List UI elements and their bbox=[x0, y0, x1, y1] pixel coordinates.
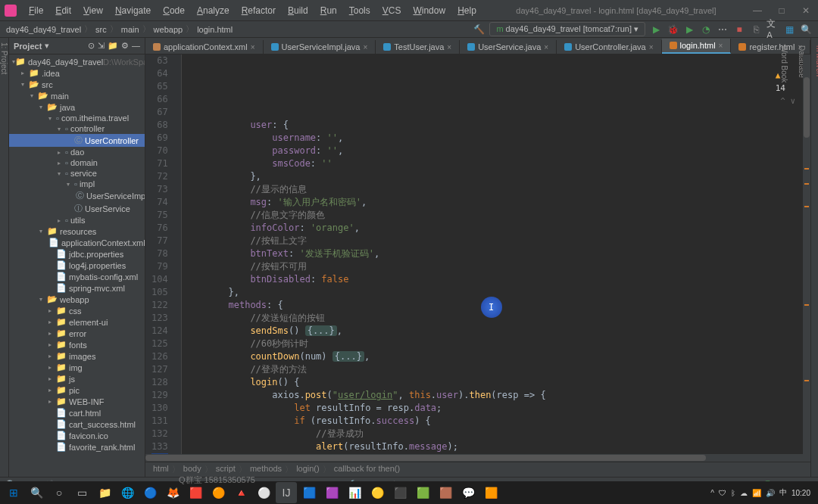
tree-item-controller[interactable]: ▾▫controller bbox=[9, 123, 145, 134]
close-tab-icon[interactable]: × bbox=[649, 43, 654, 51]
close-tab-icon[interactable]: × bbox=[719, 42, 723, 50]
hide-icon[interactable]: — bbox=[132, 41, 140, 51]
menu-help[interactable]: Help bbox=[451, 3, 482, 18]
app-icon-12[interactable]: 🟧 bbox=[480, 482, 501, 503]
more-run-icon[interactable]: ⋯ bbox=[717, 23, 729, 36]
tree-item-WEB-INF[interactable]: ▸📁WEB-INF bbox=[9, 396, 145, 407]
code-line[interactable]: sendSms() {...}, bbox=[185, 325, 811, 338]
tree-item-jdbc-properties[interactable]: 📄jdbc.properties bbox=[9, 248, 145, 260]
run-config-selector[interactable]: m day46_day49_travel [tomcat7:run] ▾ bbox=[489, 22, 645, 36]
tree-item-favorite_rank-html[interactable]: 📄favorite_rank.html bbox=[9, 441, 145, 453]
code-line[interactable]: //登录的方法 bbox=[185, 363, 811, 376]
tree-item-service[interactable]: ▾▫service bbox=[9, 168, 145, 179]
code-line[interactable]: password: '', bbox=[185, 145, 811, 157]
code-line[interactable]: user: { bbox=[185, 119, 811, 132]
app-icon-10[interactable]: 🟫 bbox=[435, 482, 456, 503]
code-line[interactable]: //显示的信息 bbox=[185, 183, 811, 196]
code-line[interactable]: //60秒倒计时 bbox=[185, 338, 811, 350]
code-line[interactable]: }, bbox=[185, 286, 811, 299]
tree-item-cart_success-html[interactable]: 📄cart_success.html bbox=[9, 418, 145, 430]
breadcrumb-item[interactable]: webapp bbox=[154, 25, 183, 34]
search-everywhere-icon[interactable]: 🔍 bbox=[800, 23, 812, 36]
breadcrumb-item[interactable]: src bbox=[95, 25, 107, 34]
inspection-widget[interactable]: ▲ 14 ^ ∨ bbox=[725, 56, 795, 120]
cortana-icon[interactable]: ○ bbox=[48, 482, 70, 503]
app-icon-8[interactable]: ⬛ bbox=[389, 482, 411, 503]
tree-item-UserService[interactable]: ⒾUserService bbox=[9, 202, 145, 215]
search-icon[interactable]: 🔍 bbox=[26, 482, 47, 503]
select-open-icon[interactable]: ⇲ bbox=[98, 41, 105, 51]
tree-item-dao[interactable]: ▸▫dao bbox=[9, 147, 145, 157]
close-button[interactable]: ✕ bbox=[798, 5, 813, 16]
left-tool-strip[interactable]: 1: Project bbox=[0, 38, 9, 477]
code-line[interactable]: //按钮上文字 bbox=[185, 235, 811, 247]
tree-item-fonts[interactable]: ▸📁fonts bbox=[9, 339, 145, 350]
menu-view[interactable]: View bbox=[77, 3, 109, 18]
code-editor[interactable]: ▲ 14 ^ ∨ I user: { username: '', bbox=[182, 54, 811, 454]
tree-item-spring-mvc-xml[interactable]: 📄spring-mvc.xml bbox=[9, 282, 145, 294]
tree-item-src[interactable]: ▾📂src bbox=[9, 79, 145, 90]
expand-icon[interactable]: 📁 bbox=[108, 41, 118, 51]
tab-UserController-java[interactable]: UserController.java× bbox=[557, 40, 661, 54]
menu-vcs[interactable]: VCS bbox=[376, 3, 407, 18]
build-icon[interactable]: 🔨 bbox=[473, 23, 485, 36]
clock[interactable]: 10:20 bbox=[791, 489, 810, 497]
vertical-scrollbar[interactable] bbox=[803, 54, 810, 454]
powerpoint-icon[interactable]: 📊 bbox=[344, 482, 365, 503]
tree-item-js[interactable]: ▸📁js bbox=[9, 373, 145, 384]
run-button[interactable]: ▶ bbox=[650, 23, 662, 36]
code-line[interactable]: btnText: '发送手机验证码', bbox=[185, 247, 811, 260]
tree-item-favicon-ico[interactable]: 📄favicon.ico bbox=[9, 430, 145, 441]
editor-crumb[interactable]: callback for then() bbox=[334, 464, 400, 475]
tree-item-cart-html[interactable]: 📄cart.html bbox=[9, 407, 145, 418]
tree-item-pic[interactable]: ▸📁pic bbox=[9, 384, 145, 396]
horizontal-scrollbar[interactable] bbox=[145, 454, 810, 462]
editor-tabs[interactable]: applicationContext.xml×UserServiceImpl.j… bbox=[145, 38, 810, 54]
tree-item-UserController[interactable]: ⒸUserController bbox=[9, 134, 145, 147]
tray-onedrive-icon[interactable]: ☁ bbox=[740, 489, 748, 497]
tab-login-html[interactable]: login.html× bbox=[662, 39, 732, 54]
tree-item-UserServiceImpl[interactable]: ⒸUserServiceImpl bbox=[9, 189, 145, 202]
minimize-button[interactable]: — bbox=[750, 5, 765, 16]
menu-file[interactable]: File bbox=[23, 3, 49, 18]
code-line[interactable]: }, bbox=[185, 170, 811, 183]
tab-UserServiceImpl-java[interactable]: UserServiceImpl.java× bbox=[264, 40, 376, 54]
breadcrumb-item[interactable]: main bbox=[121, 25, 139, 34]
explorer-icon[interactable]: 📁 bbox=[94, 482, 115, 503]
tree-item-main[interactable]: ▾📂main bbox=[9, 90, 145, 101]
code-line[interactable]: btnDisabled: false bbox=[185, 273, 811, 286]
menu-analyze[interactable]: Analyze bbox=[191, 3, 236, 18]
app-icon-6[interactable]: 🟪 bbox=[321, 482, 342, 503]
tree-item-css[interactable]: ▸📁css bbox=[9, 305, 145, 316]
tree-item-java[interactable]: ▾📂java bbox=[9, 101, 145, 113]
code-line[interactable]: axios.post("user/login", this.user).then… bbox=[185, 389, 811, 402]
code-line[interactable]: smsCode: '' bbox=[185, 157, 811, 170]
tree-item-mybatis-config-xml[interactable]: 📄mybatis-config.xml bbox=[9, 271, 145, 282]
taskview-icon[interactable]: ▭ bbox=[71, 482, 92, 503]
os-taskbar[interactable]: ⊞ 🔍 ○ ▭ 📁 🌐 🔵 🦊 🟥 🟠 🔺 ⚪ IJ 🟦 🟪 📊 🟡 ⬛ 🟩 🟫… bbox=[0, 481, 818, 504]
code-line[interactable]: alert(resultInfo.message); bbox=[185, 440, 811, 453]
code-line[interactable]: //按钮不可用 bbox=[185, 260, 811, 273]
code-line[interactable]: let resultInfo = resp.data; bbox=[185, 402, 811, 415]
code-line[interactable]: //信息文字的颜色 bbox=[185, 209, 811, 222]
code-line[interactable]: infoColor: 'orange', bbox=[185, 222, 811, 235]
stop-button[interactable]: ■ bbox=[733, 23, 745, 36]
database-icon[interactable]: ▦ bbox=[783, 23, 795, 36]
tree-item-img[interactable]: ▸📁img bbox=[9, 362, 145, 373]
app-icon-5[interactable]: 🟦 bbox=[298, 482, 320, 503]
app-icon-11[interactable]: 💬 bbox=[457, 482, 479, 503]
close-tab-icon[interactable]: × bbox=[251, 43, 255, 51]
tree-item-com-itheima-travel[interactable]: ▾▫com.itheima.travel bbox=[9, 113, 145, 123]
tab-applicationContext-xml[interactable]: applicationContext.xml× bbox=[145, 40, 264, 54]
tab-TestUser-java[interactable]: TestUser.java× bbox=[376, 40, 460, 54]
tree-item-webapp[interactable]: ▾📂webapp bbox=[9, 294, 145, 305]
editor-crumb[interactable]: script bbox=[216, 464, 236, 475]
tree-item-domain[interactable]: ▸▫domain bbox=[9, 157, 145, 168]
tray-volume-icon[interactable]: 🔊 bbox=[766, 489, 775, 497]
editor-crumb[interactable]: login() bbox=[296, 464, 320, 475]
tree-item-applicationContext-xml[interactable]: 📄applicationContext.xml bbox=[9, 237, 145, 248]
editor-crumb[interactable]: html bbox=[153, 464, 169, 475]
code-line[interactable]: //登录成功 bbox=[185, 428, 811, 440]
settings-icon[interactable]: ⚙ bbox=[121, 41, 129, 51]
editor-crumb[interactable]: methods bbox=[250, 464, 282, 475]
